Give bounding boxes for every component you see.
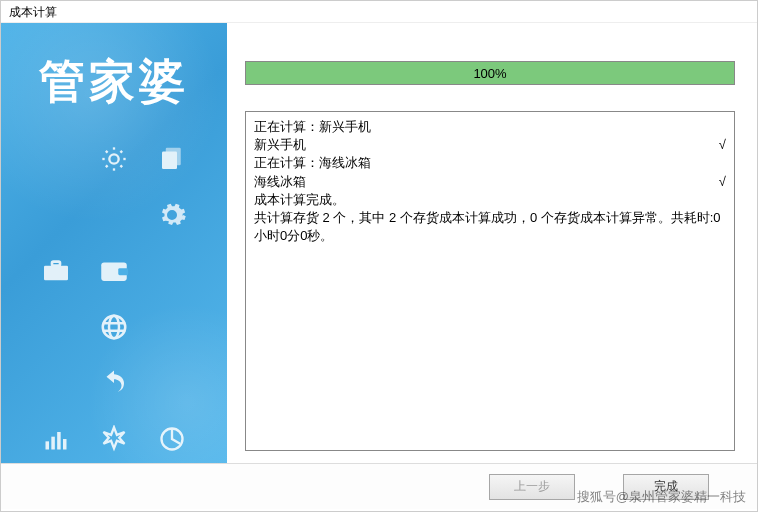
main-area: 管家婆 100% 正在计算：新兴手机新兴手机√正在 xyxy=(1,23,757,463)
svg-rect-12 xyxy=(52,262,60,266)
svg-point-0 xyxy=(109,154,118,163)
undo-icon xyxy=(94,363,134,403)
star-icon xyxy=(94,419,134,459)
wallet-icon xyxy=(94,251,134,291)
svg-rect-21 xyxy=(57,432,60,450)
log-output: 正在计算：新兴手机新兴手机√正在计算：海线冰箱海线冰箱√成本计算完成。共计算存货… xyxy=(245,111,735,451)
svg-rect-20 xyxy=(51,437,55,450)
svg-rect-14 xyxy=(118,268,128,275)
content-panel: 100% 正在计算：新兴手机新兴手机√正在计算：海线冰箱海线冰箱√成本计算完成。… xyxy=(227,23,757,463)
globe-icon xyxy=(94,307,134,347)
briefcase-icon xyxy=(36,251,76,291)
sidebar-icon-grid xyxy=(1,139,227,459)
svg-line-6 xyxy=(120,165,122,167)
svg-rect-22 xyxy=(63,439,67,450)
svg-rect-11 xyxy=(44,266,68,281)
window-title: 成本计算 xyxy=(1,1,757,23)
footer: 上一步 完成 xyxy=(1,463,757,509)
log-line: 成本计算完成。 xyxy=(254,191,726,209)
log-line: 新兴手机√ xyxy=(254,136,726,154)
sun-icon xyxy=(94,139,134,179)
svg-line-5 xyxy=(106,151,108,153)
svg-rect-19 xyxy=(46,441,50,449)
svg-line-8 xyxy=(120,151,122,153)
sidebar: 管家婆 xyxy=(1,23,227,463)
log-line: 共计算存货 2 个，其中 2 个存货成本计算成功，0 个存货成本计算异常。共耗时… xyxy=(254,209,726,245)
pie-chart-icon xyxy=(152,419,192,459)
log-line: 正在计算：新兴手机 xyxy=(254,118,726,136)
gear-icon xyxy=(152,195,192,235)
svg-line-7 xyxy=(106,165,108,167)
log-line: 海线冰箱√ xyxy=(254,173,726,191)
brand-logo: 管家婆 xyxy=(1,23,227,113)
svg-rect-10 xyxy=(162,152,177,170)
progress-bar: 100% xyxy=(245,61,735,85)
svg-point-16 xyxy=(109,316,119,339)
bar-chart-icon xyxy=(36,419,76,459)
prev-button[interactable]: 上一步 xyxy=(489,474,575,500)
svg-point-15 xyxy=(103,316,126,339)
document-stack-icon xyxy=(152,139,192,179)
finish-button[interactable]: 完成 xyxy=(623,474,709,500)
progress-label: 100% xyxy=(246,62,734,84)
log-line: 正在计算：海线冰箱 xyxy=(254,154,726,172)
